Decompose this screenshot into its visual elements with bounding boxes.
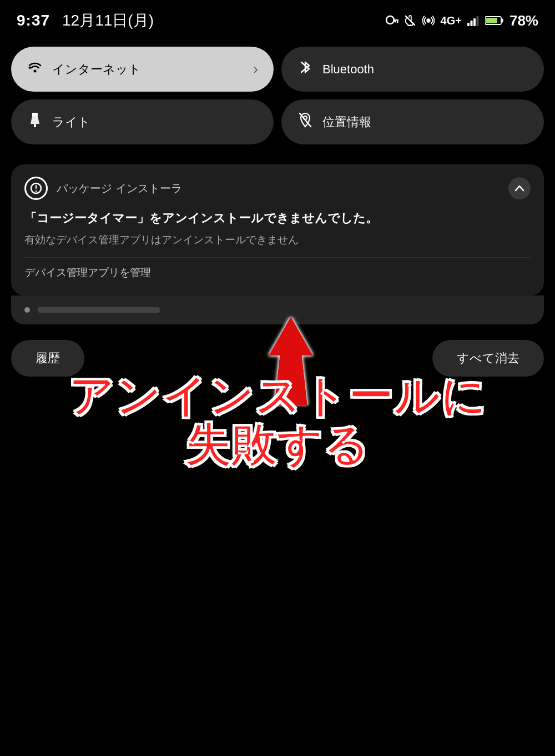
status-icons: 4G+ 78% — [385, 12, 538, 29]
history-button[interactable]: 履歴 — [11, 340, 84, 377]
key-icon — [385, 15, 398, 26]
svg-marker-14 — [28, 66, 31, 69]
svg-rect-11 — [501, 19, 503, 23]
notif2-dot — [24, 307, 30, 313]
location-icon — [297, 112, 314, 132]
status-time: 9:37 — [17, 12, 50, 29]
svg-rect-16 — [34, 124, 36, 127]
notification-title: 「コージータイマー」をアンインストールできませんでした。 — [24, 210, 531, 227]
notification-app-name: パッケージ インストーラ — [57, 181, 500, 196]
battery-icon — [485, 15, 504, 26]
svg-point-5 — [427, 19, 430, 22]
signal-label: 4G+ — [441, 14, 462, 27]
battery-percent: 78% — [509, 12, 538, 29]
flashlight-label: ライト — [52, 114, 90, 131]
status-date: 12月11日(月) — [62, 10, 154, 31]
svg-point-0 — [386, 16, 394, 24]
bluetooth-label: Bluetooth — [322, 62, 374, 77]
notification-expand-button[interactable] — [508, 177, 531, 199]
svg-rect-2 — [397, 21, 398, 23]
svg-rect-15 — [32, 113, 38, 116]
tile-location[interactable]: 位置情報 — [281, 99, 544, 144]
mute-icon — [404, 14, 416, 27]
annotation-line2: 失敗する — [68, 421, 487, 470]
notif2-preview — [38, 307, 160, 313]
clear-all-button[interactable]: すべて消去 — [432, 340, 544, 377]
bottom-bar: 履歴 すべて消去 — [11, 340, 544, 377]
svg-rect-1 — [393, 19, 398, 21]
svg-rect-12 — [486, 18, 497, 23]
notification-action-button[interactable]: デバイス管理アプリを管理 — [24, 258, 151, 291]
tile-flashlight[interactable]: ライト — [11, 99, 274, 144]
hotspot-icon — [422, 14, 435, 27]
location-label: 位置情報 — [322, 114, 371, 131]
svg-rect-7 — [470, 21, 472, 26]
notification-app-icon — [24, 177, 48, 200]
tile-bluetooth[interactable]: Bluetooth — [281, 47, 544, 92]
internet-chevron: › — [253, 61, 258, 78]
svg-rect-3 — [395, 21, 396, 23]
overlay-annotation: アンインストールに 失敗する — [68, 372, 487, 470]
internet-icon — [27, 61, 43, 78]
notification-body: 「コージータイマー」をアンインストールできませんでした。 有効なデバイス管理アプ… — [11, 210, 544, 296]
signal-bars-icon — [467, 15, 480, 26]
notification-subtitle: 有効なデバイス管理アプリはアンインストールできません — [24, 233, 531, 247]
notification-card: パッケージ インストーラ 「コージータイマー」をアンインストールできませんでした… — [11, 164, 544, 296]
svg-point-13 — [34, 69, 37, 72]
notification-second[interactable] — [11, 296, 544, 324]
internet-label: インターネット — [52, 61, 141, 78]
annotation-line1: アンインストールに — [68, 372, 487, 421]
status-bar: 9:37 12月11日(月) 4G+ — [0, 0, 555, 37]
bluetooth-icon — [297, 59, 314, 79]
svg-rect-9 — [476, 16, 478, 26]
notification-header: パッケージ インストーラ — [11, 164, 544, 210]
svg-rect-8 — [473, 18, 476, 26]
svg-rect-20 — [36, 185, 37, 189]
svg-rect-6 — [467, 23, 470, 26]
svg-point-21 — [36, 191, 37, 192]
flashlight-icon — [27, 112, 43, 132]
tile-internet[interactable]: インターネット › — [11, 47, 274, 92]
quick-settings: インターネット › Bluetooth ライト — [0, 37, 555, 144]
